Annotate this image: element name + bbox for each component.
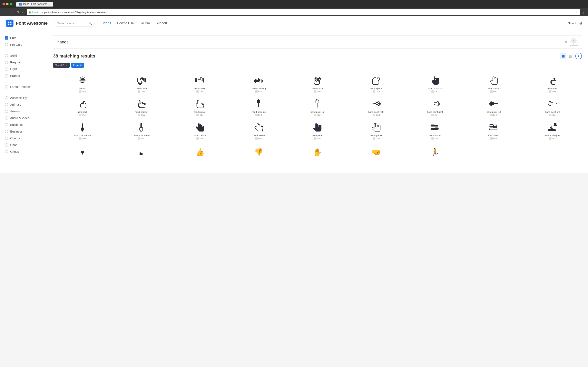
search-clear-btn[interactable]: ✕ [564,40,567,44]
icon-item-hand-point-left-2[interactable]: hand-point-left f0a5 [523,95,582,119]
free-checkbox[interactable] [5,36,8,40]
sidebar-item-buildings[interactable]: Buildings [0,121,47,128]
icon-item-hand-rock-1[interactable]: hand-rock f255 [523,72,582,95]
sidebar-item-audio-video[interactable]: Audio & Video [0,115,47,121]
refresh-btn[interactable]: ↻ [16,10,20,15]
icon-item-hand-point-up-1[interactable]: hand-point-up f0a6 [229,95,288,119]
bookmark-btn[interactable]: ☆ [575,10,578,14]
nav-support[interactable]: Support [156,21,167,25]
icon-glyph-hand-point-down-2 [137,122,146,132]
filter-tag-query[interactable]: "hands" ✕ [53,63,70,68]
icon-item-placeholder-6[interactable]: 🤜 [347,144,406,162]
icon-item-placeholder-4[interactable]: 👎 [229,144,288,162]
icon-item-hand-point-down-1[interactable]: hand-point-down f0a7 [53,119,112,142]
icon-item-hand-point-left-1[interactable]: hand-point-left f0a5 [464,95,523,119]
forward-btn[interactable]: → [9,10,14,15]
icon-name-hand-scissors-2: hand-scissors [487,87,501,90]
back-btn[interactable]: ← [2,10,7,15]
header-search-icon[interactable]: 🔍 [89,22,92,25]
home-btn[interactable]: ⌂ [21,10,25,15]
svg-rect-7 [570,56,570,57]
animals-radio[interactable] [5,103,8,106]
icon-item-hand-scissors-2[interactable]: hand-scissors f257 [464,72,523,95]
icon-item-hand-lizard-2[interactable]: hand-lizard f258 [464,119,523,142]
algolia-label: by algolia [570,44,578,46]
arrows-radio[interactable] [5,110,8,113]
icon-item-hands[interactable]: hands f4c2 [53,72,112,95]
light-radio[interactable] [5,67,8,71]
sidebar-item-business[interactable]: Business [0,128,47,135]
sidebar-item-accessibility[interactable]: Accessibility [0,94,47,101]
icon-item-placeholder-2[interactable] [112,144,171,162]
sidebar-item-brands[interactable]: Brands [0,72,47,79]
icon-item-hand-peace-1[interactable]: hand-peace f25b [171,119,229,142]
browser-menu-btn[interactable]: ⋮ [582,10,586,15]
business-radio[interactable] [5,130,8,133]
chess-radio[interactable] [5,150,8,153]
icon-item-hand-pointer-1[interactable]: hand-pointer f25a [112,95,171,119]
info-btn[interactable]: i [575,53,582,59]
nav-how-to-use[interactable]: How to Use [117,21,134,25]
icon-item-hand-spock-1[interactable]: hand-spock f259 [288,72,347,95]
nav-go-pro[interactable]: Go Pro [140,21,150,25]
sidebar-item-chess[interactable]: Chess [0,148,47,155]
maximize-window-btn[interactable] [10,3,12,5]
brands-radio[interactable] [5,74,8,77]
accessibility-radio[interactable] [5,96,8,100]
icon-item-hand-scissors-1[interactable]: hand-scissors f257 [406,72,465,95]
icon-code-hand-scissors-1: f257 [432,90,438,93]
buildings-radio[interactable] [5,123,8,126]
icon-item-placeholder-7[interactable]: 🏃 [406,144,465,162]
nav-icons[interactable]: Icons [103,21,111,25]
icon-item-hand-paper-1[interactable]: hand-paper f256 [288,119,347,142]
sidebar-item-latest[interactable]: Latest Release [0,83,47,90]
logo-link[interactable]: Font Awesome [6,20,48,27]
icon-search-input[interactable] [57,40,564,44]
filter-tag-query-remove[interactable]: ✕ [66,64,68,67]
sidebar-item-animals[interactable]: Animals [0,101,47,108]
sidebar-item-free[interactable]: Free [0,34,47,41]
icon-item-handshake-2[interactable]: handshake f2b5 [171,72,229,95]
filter-tag-free[interactable]: Free ✕ [71,63,84,68]
address-bar[interactable]: Secure | https://fontawesome.com/icons?d… [27,9,580,15]
audio-video-radio[interactable] [5,117,8,120]
sidebar-item-chat[interactable]: Chat [0,142,47,148]
icon-item-hand-lizard-1[interactable]: hand-lizard f258 [406,119,465,142]
icon-item-heart[interactable]: ♥ [53,144,112,162]
icon-item-hand-peace-2[interactable]: hand-peace f25b [229,119,288,142]
icon-item-placeholder-5[interactable]: ✋ [288,144,347,162]
icon-item-placeholder-3[interactable]: 👍 [171,144,229,162]
tab-close-btn[interactable]: ✕ [49,3,50,5]
sidebar-item-light[interactable]: Light [0,66,47,72]
sidebar-item-pro[interactable]: Pro Only [0,41,47,48]
grid-small-btn[interactable] [560,53,566,59]
icon-item-hand-point-down-2[interactable]: hand-point-down f0a7 [112,119,171,142]
sign-in-btn[interactable]: Sign In [568,21,582,25]
icon-item-hand-point-up-2[interactable]: hand-point-up f0a6 [288,95,347,119]
active-tab[interactable]: Icons | Font Awesome ✕ [16,2,53,7]
sidebar-item-regular[interactable]: Regular [0,59,47,66]
icon-item-hand-point-right-1[interactable]: hand-point-right f0a4 [347,95,406,119]
regular-radio[interactable] [5,61,8,64]
icon-item-hands-helping[interactable]: hands-helping f4c4 [229,72,288,95]
icon-item-hand-paper-2[interactable]: hand-paper f256 [347,119,406,142]
close-window-btn[interactable] [2,3,5,5]
icon-item-hand-spock-2[interactable]: hand-spock f259 [347,72,406,95]
sidebar-item-charity[interactable]: Charity [0,135,47,142]
header-search-input[interactable] [54,20,95,27]
charity-radio[interactable] [5,137,8,140]
icon-item-hand-point-right-2[interactable]: hand-point-right f0a4 [406,95,465,119]
sidebar-item-arrows[interactable]: Arrows [0,108,47,115]
minimize-window-btn[interactable] [6,3,9,5]
icon-item-hand-rock-2[interactable]: hand-rock f255 [53,95,112,119]
pro-radio[interactable] [5,43,8,46]
sidebar-item-solid[interactable]: Solid [0,52,47,59]
solid-radio[interactable] [5,54,8,57]
icon-item-hand-holding-usd[interactable]: hand-holding-usd f4c0 [523,119,582,142]
latest-radio[interactable] [5,85,8,89]
chat-radio[interactable] [5,143,8,147]
icon-item-hand-pointer-2[interactable]: hand-pointer f25a [171,95,229,119]
grid-large-btn[interactable] [568,53,574,59]
icon-item-handshake-1[interactable]: handshake f2b5 [112,72,171,95]
filter-tag-free-remove[interactable]: ✕ [80,64,82,67]
